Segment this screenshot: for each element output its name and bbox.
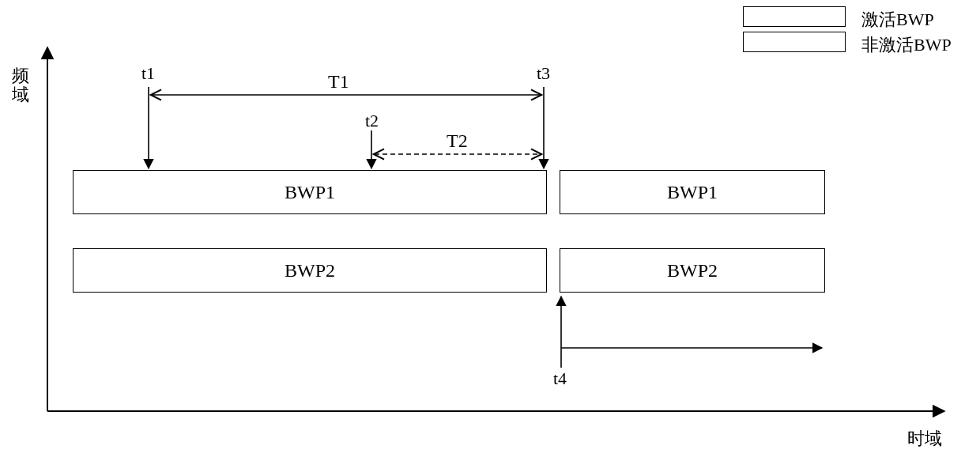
t1-label: t1 xyxy=(141,63,155,84)
bwp1-seg1-label: BWP1 xyxy=(285,182,335,203)
T2-label: T2 xyxy=(447,130,468,152)
bwp2-seg1-label: BWP2 xyxy=(285,260,335,281)
bwp2-segment-active: BWP2 xyxy=(560,248,825,293)
bwp1-segment-active: BWP1 xyxy=(73,170,547,214)
bwp1-seg2-label: BWP1 xyxy=(667,182,718,203)
t4-label: t4 xyxy=(553,368,567,389)
t3-label: t3 xyxy=(537,63,550,84)
t2-label: t2 xyxy=(365,111,379,131)
bwp2-seg2-label: BWP2 xyxy=(667,260,718,281)
bwp1-segment-inactive: BWP1 xyxy=(560,170,825,214)
bwp2-segment-inactive: BWP2 xyxy=(73,248,547,293)
T1-label: T1 xyxy=(328,71,349,93)
